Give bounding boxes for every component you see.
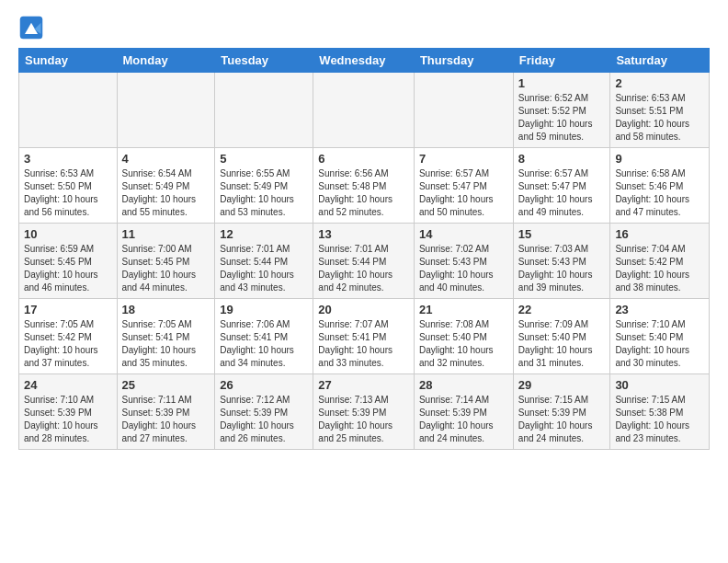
day-info: Sunrise: 7:05 AM Sunset: 5:41 PM Dayligh…: [122, 318, 210, 370]
day-number: 9: [615, 152, 704, 166]
calendar-week-4: 17Sunrise: 7:05 AM Sunset: 5:42 PM Dayli…: [19, 299, 710, 374]
logo-icon: [18, 15, 44, 40]
day-info: Sunrise: 7:04 AM Sunset: 5:42 PM Dayligh…: [615, 243, 704, 294]
day-info: Sunrise: 7:05 AM Sunset: 5:42 PM Dayligh…: [24, 318, 112, 370]
calendar-day-15: 15Sunrise: 7:03 AM Sunset: 5:43 PM Dayli…: [513, 224, 610, 299]
calendar-week-1: 1Sunrise: 6:52 AM Sunset: 5:52 PM Daylig…: [19, 73, 710, 148]
day-info: Sunrise: 7:15 AM Sunset: 5:38 PM Dayligh…: [615, 394, 704, 445]
calendar-day-1: 1Sunrise: 6:52 AM Sunset: 5:52 PM Daylig…: [513, 73, 610, 148]
calendar-day-8: 8Sunrise: 6:57 AM Sunset: 5:47 PM Daylig…: [513, 148, 610, 224]
calendar-day-5: 5Sunrise: 6:55 AM Sunset: 5:49 PM Daylig…: [215, 148, 313, 224]
day-info: Sunrise: 6:57 AM Sunset: 5:47 PM Dayligh…: [518, 167, 606, 219]
calendar-day-26: 26Sunrise: 7:12 AM Sunset: 5:39 PM Dayli…: [215, 374, 313, 450]
weekday-header-saturday: Saturday: [610, 49, 710, 73]
weekday-row: SundayMondayTuesdayWednesdayThursdayFrid…: [19, 49, 710, 73]
calendar-day-29: 29Sunrise: 7:15 AM Sunset: 5:39 PM Dayli…: [513, 374, 610, 450]
day-info: Sunrise: 6:57 AM Sunset: 5:47 PM Dayligh…: [419, 167, 508, 219]
calendar-day-30: 30Sunrise: 7:15 AM Sunset: 5:38 PM Dayli…: [610, 374, 710, 450]
day-info: Sunrise: 6:52 AM Sunset: 5:52 PM Dayligh…: [518, 92, 606, 144]
day-info: Sunrise: 7:12 AM Sunset: 5:39 PM Dayligh…: [220, 394, 308, 445]
calendar-header: SundayMondayTuesdayWednesdayThursdayFrid…: [19, 49, 710, 73]
day-number: 24: [24, 378, 112, 392]
day-info: Sunrise: 7:10 AM Sunset: 5:40 PM Dayligh…: [615, 318, 704, 370]
calendar-day-7: 7Sunrise: 6:57 AM Sunset: 5:47 PM Daylig…: [414, 148, 513, 224]
weekday-header-thursday: Thursday: [414, 49, 513, 73]
calendar-day-21: 21Sunrise: 7:08 AM Sunset: 5:40 PM Dayli…: [414, 299, 513, 374]
day-number: 18: [122, 303, 210, 316]
day-info: Sunrise: 6:54 AM Sunset: 5:49 PM Dayligh…: [122, 167, 210, 219]
day-info: Sunrise: 7:00 AM Sunset: 5:45 PM Dayligh…: [122, 243, 210, 294]
calendar-day-16: 16Sunrise: 7:04 AM Sunset: 5:42 PM Dayli…: [610, 224, 710, 299]
calendar-day-4: 4Sunrise: 6:54 AM Sunset: 5:49 PM Daylig…: [117, 148, 215, 224]
calendar-day-22: 22Sunrise: 7:09 AM Sunset: 5:40 PM Dayli…: [513, 299, 610, 374]
day-info: Sunrise: 7:07 AM Sunset: 5:41 PM Dayligh…: [318, 318, 409, 370]
day-info: Sunrise: 7:15 AM Sunset: 5:39 PM Dayligh…: [518, 394, 606, 445]
calendar-day-2: 2Sunrise: 6:53 AM Sunset: 5:51 PM Daylig…: [610, 73, 710, 148]
day-number: 15: [518, 227, 606, 241]
calendar-table: SundayMondayTuesdayWednesdayThursdayFrid…: [18, 48, 710, 450]
calendar-day-14: 14Sunrise: 7:02 AM Sunset: 5:43 PM Dayli…: [414, 224, 513, 299]
day-info: Sunrise: 6:53 AM Sunset: 5:51 PM Dayligh…: [615, 92, 704, 144]
weekday-header-tuesday: Tuesday: [215, 49, 313, 73]
day-number: 28: [419, 378, 508, 392]
day-number: 13: [318, 227, 409, 241]
day-number: 1: [518, 76, 606, 90]
day-number: 5: [220, 152, 308, 166]
calendar-day-9: 9Sunrise: 6:58 AM Sunset: 5:46 PM Daylig…: [610, 148, 710, 224]
day-number: 10: [24, 227, 112, 241]
day-info: Sunrise: 6:58 AM Sunset: 5:46 PM Dayligh…: [615, 167, 704, 219]
calendar-week-2: 3Sunrise: 6:53 AM Sunset: 5:50 PM Daylig…: [19, 148, 710, 224]
calendar-empty: [19, 73, 118, 148]
day-number: 12: [220, 227, 308, 241]
weekday-header-friday: Friday: [513, 49, 610, 73]
day-info: Sunrise: 7:13 AM Sunset: 5:39 PM Dayligh…: [318, 394, 409, 445]
day-info: Sunrise: 7:14 AM Sunset: 5:39 PM Dayligh…: [419, 394, 508, 445]
day-number: 19: [220, 303, 308, 316]
calendar-day-28: 28Sunrise: 7:14 AM Sunset: 5:39 PM Dayli…: [414, 374, 513, 450]
calendar-empty: [313, 73, 415, 148]
day-number: 4: [122, 152, 210, 166]
day-info: Sunrise: 6:56 AM Sunset: 5:48 PM Dayligh…: [318, 167, 409, 219]
calendar-day-11: 11Sunrise: 7:00 AM Sunset: 5:45 PM Dayli…: [117, 224, 215, 299]
calendar-day-24: 24Sunrise: 7:10 AM Sunset: 5:39 PM Dayli…: [19, 374, 118, 450]
day-info: Sunrise: 7:08 AM Sunset: 5:40 PM Dayligh…: [419, 318, 508, 370]
day-number: 3: [24, 152, 112, 166]
calendar-body: 1Sunrise: 6:52 AM Sunset: 5:52 PM Daylig…: [19, 73, 710, 450]
day-number: 17: [24, 303, 112, 316]
calendar-day-3: 3Sunrise: 6:53 AM Sunset: 5:50 PM Daylig…: [19, 148, 118, 224]
day-number: 26: [220, 378, 308, 392]
day-number: 7: [419, 152, 508, 166]
calendar-day-25: 25Sunrise: 7:11 AM Sunset: 5:39 PM Dayli…: [117, 374, 215, 450]
day-number: 20: [318, 303, 409, 316]
calendar-day-19: 19Sunrise: 7:06 AM Sunset: 5:41 PM Dayli…: [215, 299, 313, 374]
day-number: 23: [615, 303, 704, 316]
calendar-day-10: 10Sunrise: 6:59 AM Sunset: 5:45 PM Dayli…: [19, 224, 118, 299]
day-info: Sunrise: 7:02 AM Sunset: 5:43 PM Dayligh…: [419, 243, 508, 294]
calendar-day-20: 20Sunrise: 7:07 AM Sunset: 5:41 PM Dayli…: [313, 299, 415, 374]
day-info: Sunrise: 7:10 AM Sunset: 5:39 PM Dayligh…: [24, 394, 112, 445]
day-number: 22: [518, 303, 606, 316]
day-number: 2: [615, 76, 704, 90]
calendar-day-13: 13Sunrise: 7:01 AM Sunset: 5:44 PM Dayli…: [313, 224, 415, 299]
day-info: Sunrise: 7:01 AM Sunset: 5:44 PM Dayligh…: [318, 243, 409, 294]
day-number: 29: [518, 378, 606, 392]
day-number: 6: [318, 152, 409, 166]
calendar-day-23: 23Sunrise: 7:10 AM Sunset: 5:40 PM Dayli…: [610, 299, 710, 374]
calendar-empty: [117, 73, 215, 148]
day-info: Sunrise: 7:01 AM Sunset: 5:44 PM Dayligh…: [220, 243, 308, 294]
day-number: 11: [122, 227, 210, 241]
day-info: Sunrise: 7:03 AM Sunset: 5:43 PM Dayligh…: [518, 243, 606, 294]
calendar-day-27: 27Sunrise: 7:13 AM Sunset: 5:39 PM Dayli…: [313, 374, 415, 450]
calendar-week-5: 24Sunrise: 7:10 AM Sunset: 5:39 PM Dayli…: [19, 374, 710, 450]
day-number: 16: [615, 227, 704, 241]
day-number: 27: [318, 378, 409, 392]
calendar-week-3: 10Sunrise: 6:59 AM Sunset: 5:45 PM Dayli…: [19, 224, 710, 299]
day-info: Sunrise: 6:59 AM Sunset: 5:45 PM Dayligh…: [24, 243, 112, 294]
day-info: Sunrise: 7:09 AM Sunset: 5:40 PM Dayligh…: [518, 318, 606, 370]
logo: [18, 15, 48, 40]
day-number: 14: [419, 227, 508, 241]
weekday-header-monday: Monday: [117, 49, 215, 73]
day-number: 8: [518, 152, 606, 166]
calendar-day-18: 18Sunrise: 7:05 AM Sunset: 5:41 PM Dayli…: [117, 299, 215, 374]
calendar-empty: [215, 73, 313, 148]
